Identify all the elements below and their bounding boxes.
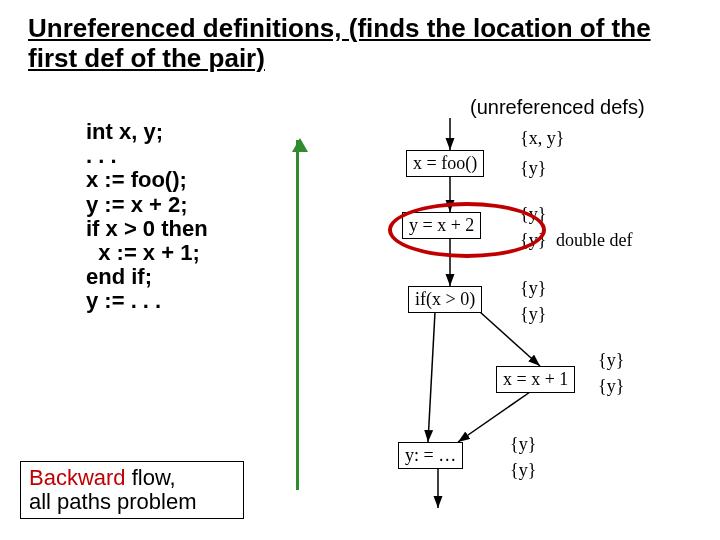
label-n2-out: {y} [520,230,546,251]
page-title: Unreferenced definitions, (finds the loc… [28,14,698,74]
backward-rest: flow, [126,465,176,490]
annotation-double-def: double def [556,230,632,251]
label-n3-out: {y} [520,304,546,325]
node-if-x-gt-0: if(x > 0) [408,286,482,313]
label-n1-in: {x, y} [520,128,564,149]
label-n4-out: {y} [598,376,624,397]
backward-line2: all paths problem [29,489,197,514]
label-n5-in: {y} [510,434,536,455]
flow-diagram: x = foo() {x, y} {y} y = x + 2 {y} {y} d… [380,110,700,530]
label-n2-in: {y} [520,204,546,225]
backward-word: Backward [29,465,126,490]
backward-flow-note: Backward flow, all paths problem [20,461,244,519]
svg-line-4 [428,312,435,442]
node-y-x-plus-2: y = x + 2 [402,212,481,239]
node-x-x-plus-1: x = x + 1 [496,366,575,393]
node-x-foo: x = foo() [406,150,484,177]
label-n1-out: {y} [520,158,546,179]
code-block: int x, y; . . . x := foo(); y := x + 2; … [86,120,208,314]
backward-flow-arrow [296,140,299,490]
label-n5-out: {y} [510,460,536,481]
label-n4-in: {y} [598,350,624,371]
node-y-assign: y: = … [398,442,463,469]
label-n3-in: {y} [520,278,546,299]
